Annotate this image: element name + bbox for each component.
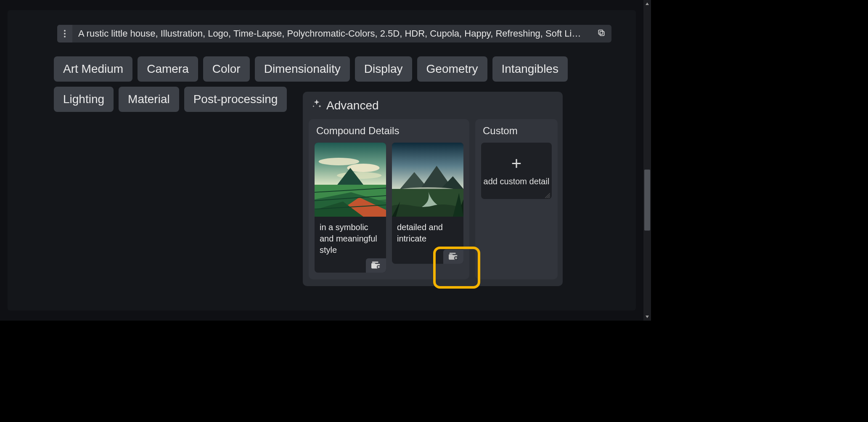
- category-chip[interactable]: Post-processing: [184, 87, 287, 112]
- compound-card-thumb: [315, 143, 386, 217]
- app-surface: Art MediumCameraColorDimensionalityDispl…: [0, 0, 643, 321]
- folder-plus-icon: [449, 252, 458, 262]
- advanced-header[interactable]: Advanced: [303, 92, 563, 117]
- svg-rect-26: [450, 253, 456, 254]
- prompt-bar: [57, 25, 611, 42]
- category-chip[interactable]: Art Medium: [54, 56, 132, 82]
- add-custom-detail-label: add custom detail: [484, 176, 550, 187]
- advanced-panel: Advanced Compound Details: [303, 92, 563, 286]
- category-chip[interactable]: Lighting: [54, 87, 114, 112]
- svg-rect-15: [372, 262, 378, 263]
- resize-grip-icon: [545, 192, 550, 197]
- custom-title: Custom: [481, 125, 552, 137]
- svg-rect-1: [598, 30, 603, 34]
- add-to-collection-button[interactable]: [443, 249, 463, 264]
- prompt-input[interactable]: [72, 25, 591, 42]
- advanced-title: Advanced: [326, 99, 379, 112]
- category-chip[interactable]: Dimensionality: [255, 56, 350, 82]
- copy-prompt-button[interactable]: [591, 25, 611, 42]
- folder-plus-icon: [371, 260, 381, 271]
- category-chip[interactable]: Geometry: [417, 56, 487, 82]
- kebab-icon: [64, 30, 66, 37]
- sparkle-icon: [311, 98, 322, 112]
- svg-marker-28: [646, 3, 649, 5]
- compound-details-title: Compound Details: [315, 125, 463, 137]
- add-custom-detail-button[interactable]: + add custom detail: [481, 143, 552, 199]
- category-chip[interactable]: Camera: [138, 56, 198, 82]
- scroll-down-button[interactable]: [643, 313, 651, 321]
- plus-icon: +: [511, 155, 522, 173]
- svg-rect-0: [600, 32, 604, 36]
- category-chip[interactable]: Intangibles: [492, 56, 568, 82]
- copy-icon: [597, 29, 606, 39]
- scroll-track[interactable]: [643, 8, 651, 313]
- scroll-thumb[interactable]: [644, 170, 650, 231]
- custom-panel: Custom + add custom detail: [475, 119, 558, 279]
- add-to-collection-button[interactable]: [366, 258, 386, 273]
- category-chip[interactable]: Display: [355, 56, 412, 82]
- main-content: Art MediumCameraColorDimensionalityDispl…: [8, 10, 636, 311]
- compound-card[interactable]: detailed and intricate: [392, 143, 463, 264]
- prompt-menu-button[interactable]: [57, 25, 72, 42]
- category-chip[interactable]: Color: [203, 56, 250, 82]
- compound-card-thumb: [392, 143, 463, 217]
- category-chip[interactable]: Material: [119, 87, 179, 112]
- svg-point-4: [319, 158, 360, 165]
- compound-details-panel: Compound Details: [309, 119, 469, 279]
- svg-marker-29: [646, 316, 649, 318]
- scroll-up-button[interactable]: [643, 0, 651, 8]
- vertical-scrollbar: [643, 0, 651, 321]
- compound-card[interactable]: in a symbolic and meaningful style: [315, 143, 386, 273]
